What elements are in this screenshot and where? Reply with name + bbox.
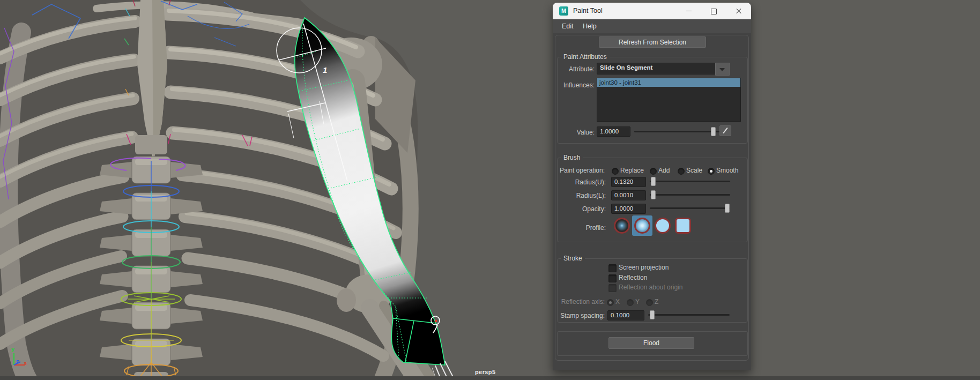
- title-bar[interactable]: M Paint Tool: [553, 3, 751, 19]
- influences-list[interactable]: joint30 - joint31: [597, 78, 741, 122]
- radius-u-label: Radius(U):: [553, 178, 606, 186]
- menu-edit[interactable]: Edit: [562, 23, 574, 30]
- stamp-spacing-label: Stamp spacing:: [553, 312, 605, 319]
- radio-axis-z-label: Z: [655, 298, 658, 306]
- value-slider[interactable]: [634, 127, 729, 136]
- paint-tool-window: M Paint Tool Edit Help Refresh From Sele…: [553, 3, 751, 370]
- stroke-title: Stroke: [561, 255, 585, 262]
- value-label: Value:: [553, 129, 595, 136]
- profile-gaussian-icon: [614, 218, 630, 234]
- close-button[interactable]: [727, 3, 750, 19]
- reflection-about-origin-label: Reflection about origin: [619, 284, 682, 291]
- radio-axis-y[interactable]: [627, 299, 634, 306]
- viewport-3d[interactable]: [0, 0, 980, 380]
- value-slider-pen-button[interactable]: [719, 125, 731, 136]
- screen-projection-checkbox[interactable]: [608, 264, 617, 272]
- radio-axis-z[interactable]: [646, 299, 653, 306]
- radio-axis-y-label: Y: [635, 298, 640, 306]
- radio-replace[interactable]: [612, 168, 619, 175]
- influence-list-item[interactable]: joint30 - joint31: [597, 78, 740, 87]
- slider-handle[interactable]: [725, 204, 730, 213]
- axis-y-label: y: [11, 346, 14, 352]
- stamp-spacing-field[interactable]: 0.1000: [607, 310, 644, 321]
- value-field[interactable]: 1.0000: [597, 126, 630, 137]
- refresh-from-selection-button[interactable]: Refresh From Selection: [599, 36, 706, 48]
- opacity-slider[interactable]: [650, 204, 730, 212]
- axis-z-label: z: [16, 358, 19, 364]
- flood-button[interactable]: Flood: [608, 337, 694, 349]
- opacity-field[interactable]: 1.0000: [611, 204, 646, 214]
- axis-x-label: x: [24, 360, 27, 366]
- reflection-label[interactable]: Reflection: [619, 274, 647, 281]
- screen-projection-label[interactable]: Screen projection: [619, 264, 669, 271]
- radius-l-field[interactable]: 0.0010: [611, 190, 646, 200]
- radius-u-slider[interactable]: [650, 177, 730, 185]
- profile-square-icon: [675, 218, 691, 234]
- maya-logo-icon: M: [559, 6, 568, 16]
- camera-label: persp5: [475, 369, 495, 375]
- radius-l-label: Radius(L):: [553, 192, 606, 199]
- viewport-bottom-edge: [0, 376, 980, 380]
- radio-add[interactable]: [650, 168, 657, 175]
- opacity-label: Opacity:: [553, 205, 606, 213]
- profile-square-button[interactable]: [673, 215, 693, 236]
- radius-u-field[interactable]: 0.1320: [611, 177, 646, 187]
- profile-gaussian-button[interactable]: [612, 215, 632, 236]
- reflection-about-origin-checkbox[interactable]: [608, 284, 617, 292]
- profile-label: Profile:: [553, 224, 606, 232]
- minimize-icon: [686, 11, 692, 11]
- menu-help[interactable]: Help: [583, 23, 597, 30]
- radius-l-slider[interactable]: [650, 190, 730, 199]
- attribute-label: Attribute:: [553, 65, 595, 73]
- radio-axis-x-label: X: [615, 298, 620, 306]
- radio-add-label[interactable]: Add: [658, 167, 670, 174]
- slider-handle[interactable]: [651, 190, 656, 199]
- tool-settings-panel: Refresh From Selection Paint Attributes …: [553, 33, 751, 370]
- window-title: Paint Tool: [573, 7, 603, 14]
- reflection-checkbox[interactable]: [608, 274, 617, 282]
- minimize-button[interactable]: [678, 3, 700, 19]
- slider-handle[interactable]: [651, 177, 656, 186]
- profile-solid-button[interactable]: [652, 215, 673, 236]
- profile-soft-icon: [634, 218, 650, 234]
- weight-value-label: 1: [323, 65, 327, 74]
- slider-handle[interactable]: [650, 310, 655, 319]
- profile-solid-icon: [655, 218, 671, 234]
- stamp-spacing-slider[interactable]: [648, 310, 730, 319]
- radio-smooth[interactable]: [708, 168, 715, 175]
- radio-replace-label[interactable]: Replace: [620, 167, 644, 174]
- menu-bar: Edit Help: [553, 19, 751, 33]
- maximize-button[interactable]: [702, 3, 725, 19]
- attribute-dropdown[interactable]: Slide On Segment: [597, 63, 717, 74]
- profile-soft-button[interactable]: [632, 215, 652, 236]
- radio-smooth-label[interactable]: Smooth: [716, 167, 738, 174]
- radio-axis-x[interactable]: [607, 299, 614, 306]
- slider-handle[interactable]: [711, 127, 716, 136]
- paint-operation-label: Paint operation:: [553, 167, 605, 174]
- reflection-axis-label: Reflection axis:: [553, 298, 605, 306]
- radio-scale-label[interactable]: Scale: [686, 167, 702, 174]
- radio-scale[interactable]: [678, 168, 685, 175]
- attribute-dropdown-arrow-button[interactable]: [715, 63, 730, 76]
- maximize-icon: [711, 9, 717, 14]
- influences-label: Influences:: [553, 81, 595, 89]
- paint-attributes-title: Paint Attributes: [561, 53, 610, 61]
- brush-title: Brush: [561, 154, 583, 161]
